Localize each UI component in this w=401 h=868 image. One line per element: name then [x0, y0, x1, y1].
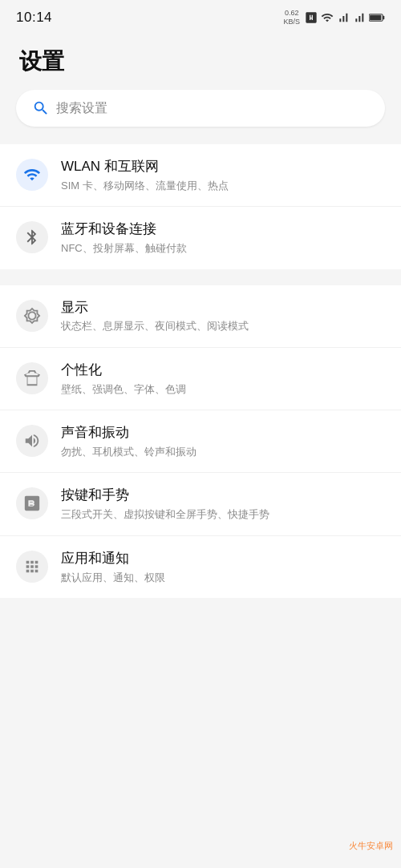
watermark: 火牛安卓网 [349, 840, 393, 852]
display-subtitle: 状态栏、息屏显示、夜间模式、阅读模式 [61, 318, 385, 334]
wlan-item[interactable]: WLAN 和互联网 SIM 卡、移动网络、流量使用、热点 [0, 144, 401, 207]
search-bar[interactable]: 搜索设置 [16, 90, 385, 127]
search-placeholder: 搜索设置 [56, 100, 369, 117]
search-container: 搜索设置 [0, 87, 401, 139]
wlan-subtitle: SIM 卡、移动网络、流量使用、热点 [61, 178, 385, 194]
bluetooth-text: 蓝牙和设备连接 NFC、投射屏幕、触碰付款 [61, 220, 385, 256]
sound-item[interactable]: 声音和振动 勿扰、耳机模式、铃声和振动 [0, 410, 401, 473]
buttons-icon-wrap [16, 487, 48, 519]
volume-icon [23, 432, 41, 450]
bluetooth-item[interactable]: 蓝牙和设备连接 NFC、投射屏幕、触碰付款 [0, 207, 401, 268]
personalize-title: 个性化 [61, 361, 385, 380]
sound-text: 声音和振动 勿扰、耳机模式、铃声和振动 [61, 423, 385, 459]
status-icons: 0.62 KB/S [283, 9, 385, 26]
personalize-text: 个性化 壁纸、强调色、字体、色调 [61, 361, 385, 397]
signal2-icon [353, 11, 366, 24]
bluetooth-settings-icon [23, 228, 41, 246]
personalize-subtitle: 壁纸、强调色、字体、色调 [61, 382, 385, 398]
bluetooth-icon-wrap [16, 221, 48, 253]
svg-rect-1 [383, 16, 384, 19]
bluetooth-subtitle: NFC、投射屏幕、触碰付款 [61, 240, 385, 256]
network-section: WLAN 和互联网 SIM 卡、移动网络、流量使用、热点 蓝牙和设备连接 NFC… [0, 144, 401, 269]
nfc-icon [305, 11, 318, 24]
search-icon [32, 99, 50, 117]
display-section: 显示 状态栏、息屏显示、夜间模式、阅读模式 个性化 壁纸、强调色、字体、色调 声… [0, 285, 401, 598]
buttons-item[interactable]: 按键和手势 三段式开关、虚拟按键和全屏手势、快捷手势 [0, 473, 401, 535]
personalize-item[interactable]: 个性化 壁纸、强调色、字体、色调 [0, 348, 401, 410]
personalize-icon-wrap [16, 362, 48, 394]
display-title: 显示 [61, 298, 385, 317]
apps-icon-wrap [16, 551, 48, 583]
buttons-title: 按键和手势 [61, 486, 385, 505]
buttons-subtitle: 三段式开关、虚拟按键和全屏手势、快捷手势 [61, 507, 385, 523]
key-icon [23, 495, 41, 512]
status-speed: 0.62 KB/S [283, 9, 300, 26]
battery-icon [369, 11, 385, 24]
brightness-icon [23, 307, 41, 325]
display-item[interactable]: 显示 状态栏、息屏显示、夜间模式、阅读模式 [0, 285, 401, 348]
apps-item[interactable]: 应用和通知 默认应用、通知、权限 [0, 536, 401, 598]
svg-rect-2 [370, 15, 381, 20]
buttons-text: 按键和手势 三段式开关、虚拟按键和全屏手势、快捷手势 [61, 486, 385, 522]
wlan-icon-wrap [16, 159, 48, 191]
bluetooth-title: 蓝牙和设备连接 [61, 220, 385, 239]
section-gap-1 [0, 274, 401, 281]
grid-icon [23, 558, 41, 575]
display-text: 显示 状态栏、息屏显示、夜间模式、阅读模式 [61, 298, 385, 334]
wlan-title: WLAN 和互联网 [61, 157, 385, 176]
page-title: 设置 [0, 32, 401, 87]
status-time: 10:14 [16, 10, 52, 26]
apps-title: 应用和通知 [61, 549, 385, 568]
display-icon-wrap [16, 300, 48, 332]
signal-icon [337, 11, 350, 24]
wifi-icon [321, 11, 334, 24]
wlan-text: WLAN 和互联网 SIM 卡、移动网络、流量使用、热点 [61, 157, 385, 193]
wifi-settings-icon [23, 166, 41, 184]
sound-icon-wrap [16, 425, 48, 457]
apps-text: 应用和通知 默认应用、通知、权限 [61, 549, 385, 585]
status-bar: 10:14 0.62 KB/S [0, 0, 401, 32]
sound-title: 声音和振动 [61, 423, 385, 442]
apps-subtitle: 默认应用、通知、权限 [61, 570, 385, 586]
sound-subtitle: 勿扰、耳机模式、铃声和振动 [61, 444, 385, 460]
tshirt-icon [23, 369, 41, 387]
